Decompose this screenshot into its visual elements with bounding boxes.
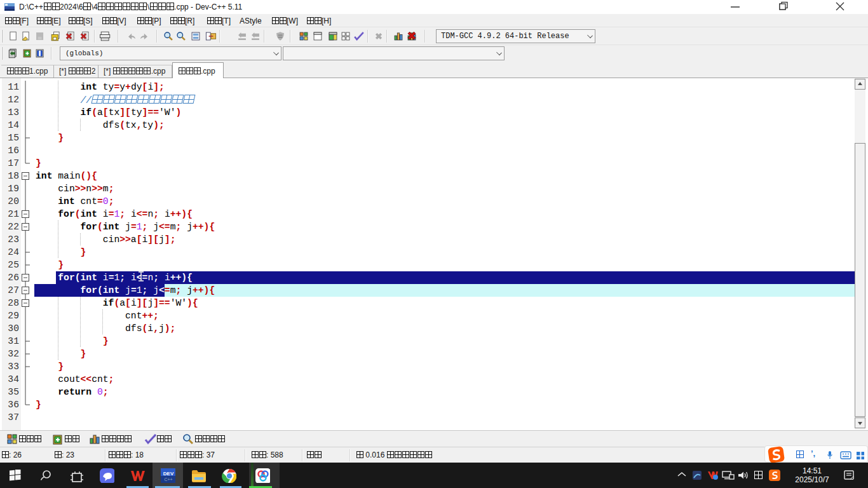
svg-text:C++: C++ [164,477,172,482]
svg-text:DEV: DEV [163,471,174,477]
